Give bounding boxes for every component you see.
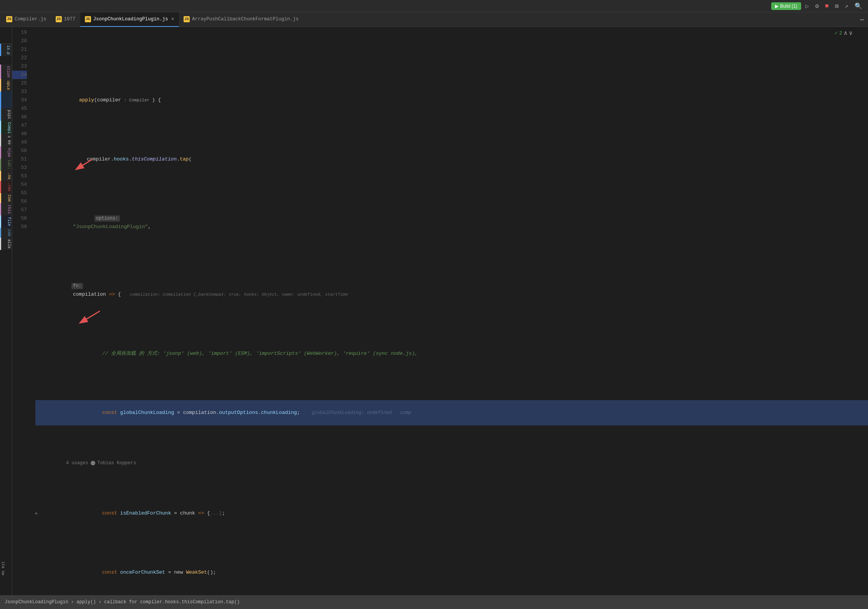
layout-icon[interactable]: ⊞	[833, 2, 841, 11]
build-label: Build (1)	[780, 3, 797, 9]
expand-icon[interactable]: ↗	[843, 2, 850, 11]
debug-icon[interactable]: ⚙	[813, 2, 821, 11]
stop-icon[interactable]: ■	[823, 2, 831, 10]
tab-compiler-label: Compiler.js	[15, 17, 46, 22]
line-33-content: const onceForChunkSet = new WeakSet();	[41, 560, 868, 585]
line-25-content: const isEnabledForChunk = chunk => {...}…	[41, 501, 868, 526]
tab-1077-label: 1077	[64, 17, 76, 22]
check-icon: ✓	[835, 29, 838, 38]
code-line-19: apply(compiler : Compiler ) {	[35, 88, 868, 113]
check-badge: ✓ 2 ∧ ∨	[835, 29, 853, 38]
chevron-down-icon2[interactable]: ∨	[849, 29, 853, 38]
tab-arraypush-label: ArrayPushCallbackChunkFormatPlugin.js	[192, 17, 299, 22]
sidebar-label-12: this	[0, 203, 12, 215]
sidebar-label-5: Compi	[0, 121, 12, 134]
line-numbers: 19 20 21 22 23 24 25 33 34 45 46 47 48 4…	[12, 27, 31, 595]
action-bar: ▶ Build (1) ▷ ⚙ ■ ⊞ ↗ 🔍	[0, 0, 868, 12]
sidebar-label-14: com	[0, 228, 12, 238]
code-line-24: const globalChunkLoading = compilation.o…	[35, 400, 868, 425]
code-line-22: fn: compilation => { compilation: Compil…	[35, 273, 868, 307]
code-line-21: options: "JsonpChunkLoadingPlugin",	[35, 206, 868, 240]
sidebar-label-8: Lat:	[0, 159, 12, 171]
js-icon-1077: JS	[56, 16, 62, 22]
sidebar-label-3: upLa	[0, 79, 12, 91]
build-button[interactable]: ▶ Build (1)	[771, 2, 801, 10]
editor-main: 19 20 21 22 23 24 25 33 34 45 46 47 48 4…	[12, 27, 868, 595]
sidebar-label-7: n(pa	[0, 146, 12, 159]
sidebar-label-13: file	[0, 215, 12, 228]
js-icon-arraypush: JS	[184, 16, 190, 22]
sidebar-label-1: is.p	[0, 44, 12, 56]
sidebar-label-10: .rec	[0, 181, 12, 193]
usage-count-1: 4 usages	[66, 459, 88, 467]
tab-close-icon[interactable]: ×	[171, 16, 174, 22]
tab-jsonp-plugin[interactable]: JS JsonpChunkLoadingPlugin.js ×	[80, 12, 179, 27]
red-arrow-2	[54, 307, 108, 328]
code-line-25: ▶ const isEnabledForChunk = chunk => {..…	[35, 501, 868, 526]
line-21-content: options: "JsonpChunkLoadingPlugin",	[41, 206, 868, 240]
line-23-content: // 全局块加载 的 方式: 'jsonp' (web), 'import' (…	[41, 341, 868, 366]
usage-hint-1: 4 usages Tobias Koppers	[35, 459, 868, 467]
sidebar-label-2: ction	[0, 65, 12, 79]
line-19-content: apply(compiler : Compiler ) {	[41, 88, 868, 113]
tab-1077[interactable]: JS 1077	[51, 12, 80, 27]
left-sidebar-strip: is.p ction upLa pipi Compi s Ke n(pa Lat…	[0, 27, 12, 595]
check-count: 2	[839, 29, 842, 38]
status-bar: JsonpChunkLoadingPlugin › apply() › call…	[0, 595, 868, 609]
run-icon[interactable]: ▷	[803, 2, 811, 11]
tab-jsonp-label: JsonpChunkLoadingPlugin.js	[93, 17, 168, 22]
sidebar-label-6: s Ke	[0, 134, 12, 146]
breadcrumb: JsonpChunkLoadingPlugin › apply() › call…	[5, 599, 240, 605]
code-line-20: compiler.hooks.thisCompilation.tap(	[35, 147, 868, 172]
tab-more-icon[interactable]: ⋯	[860, 15, 864, 24]
fold-arrow-25[interactable]: ▶	[35, 509, 41, 518]
sidebar-label-itaow: ita ow	[0, 561, 6, 576]
author-name-1: Tobias Koppers	[98, 459, 136, 467]
js-icon-jsonp: JS	[85, 16, 91, 22]
js-icon-compiler: JS	[6, 16, 12, 22]
author-icon-1	[91, 461, 95, 465]
tab-bar: JS Compiler.js JS 1077 JS JsonpChunkLoad…	[0, 12, 868, 27]
tab-compiler-js[interactable]: JS Compiler.js	[2, 12, 51, 27]
code-content: ✓ 2 ∧ ∨ apply(compiler : Compiler ) { co…	[31, 27, 868, 595]
chevron-up-icon[interactable]: ∧	[844, 29, 848, 38]
search-icon[interactable]: 🔍	[853, 2, 864, 11]
sidebar-label-9: .na	[0, 171, 12, 181]
line-24-content: const globalChunkLoading = compilation.o…	[41, 400, 868, 425]
sidebar-label-4: pipi	[0, 108, 12, 121]
sidebar-label-15: alla	[0, 238, 12, 250]
editor-area: is.p ction upLa pipi Compi s Ke n(pa Lat…	[0, 27, 868, 595]
line-22-content: fn: compilation => { compilation: Compil…	[41, 273, 868, 307]
tab-arraypush-plugin[interactable]: JS ArrayPushCallbackChunkFormatPlugin.js	[179, 12, 303, 27]
sidebar-label-11: Com	[0, 193, 12, 203]
line-20-content: compiler.hooks.thisCompilation.tap(	[41, 147, 868, 172]
code-line-23: // 全局块加载 的 方式: 'jsonp' (web), 'import' (…	[35, 341, 868, 366]
code-line-33: const onceForChunkSet = new WeakSet();	[35, 560, 868, 585]
